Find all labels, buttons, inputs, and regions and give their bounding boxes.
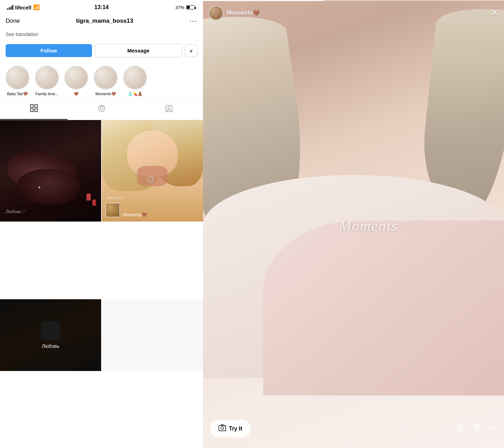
svg-point-7 <box>102 106 103 107</box>
svg-point-15 <box>495 427 496 428</box>
post-3-square <box>41 321 60 341</box>
more-options-button[interactable]: ··· <box>189 17 197 25</box>
highlight-avatar <box>64 66 88 90</box>
highlight-moments[interactable]: Moments🤎 <box>94 66 118 96</box>
battery-percent: 37% <box>175 5 184 10</box>
highlight-heart[interactable]: 🤎 <box>64 66 88 96</box>
svg-point-5 <box>100 107 103 110</box>
instagram-profile-panel: lifecell 📶 13:14 37% Done tigra_mama_bos… <box>0 0 203 448</box>
tab-grid[interactable] <box>0 99 68 120</box>
reels-icon <box>98 105 105 114</box>
profile-tab-bar <box>0 99 203 120</box>
post-overlay-text-2: Moments♡ <box>107 195 126 201</box>
post-2[interactable]: Moments♡ Moments🤎 <box>102 120 203 222</box>
tagged-icon <box>165 105 173 114</box>
highlight-family-time[interactable]: Family time... <box>35 66 59 96</box>
dropdown-button[interactable]: ∨ <box>185 44 197 57</box>
svg-point-11 <box>221 427 224 429</box>
story-center-text: Moments♡ <box>339 217 412 234</box>
post-1[interactable]: Любовь♡ <box>0 120 101 222</box>
tab-tagged[interactable] <box>135 99 203 120</box>
highlight-label: 🤎 <box>74 92 79 96</box>
highlight-label: 🧴💊🧸 <box>128 92 142 96</box>
carrier-name: lifecell <box>15 5 31 10</box>
svg-rect-2 <box>30 109 33 112</box>
highlight-avatar <box>123 66 147 90</box>
more-icon[interactable] <box>489 424 497 434</box>
story-progress-bar <box>203 0 504 1</box>
svg-point-9 <box>168 107 170 109</box>
svg-point-13 <box>490 427 491 428</box>
svg-rect-3 <box>35 109 37 112</box>
battery-icon <box>186 5 196 9</box>
svg-point-6 <box>99 106 100 107</box>
post-3[interactable]: Любовь <box>0 299 101 371</box>
story-action-icons <box>455 424 497 434</box>
svg-point-4 <box>98 105 105 112</box>
wifi-icon: 📶 <box>33 4 40 10</box>
highlight-items[interactable]: 🧴💊🧸 <box>123 66 147 96</box>
status-carrier: lifecell 📶 <box>7 4 40 10</box>
try-it-button[interactable]: Try It <box>210 420 251 438</box>
post-label-2: Moments🤎 <box>123 212 147 217</box>
story-viewer-panel: Moments🤎 ✕ Moments♡ Try It <box>203 0 504 448</box>
story-user-info: Moments🤎 <box>209 6 260 20</box>
message-button[interactable]: Message <box>95 44 182 57</box>
post-4[interactable] <box>102 299 203 371</box>
done-button[interactable]: Done <box>6 18 20 24</box>
signal-icon <box>7 5 13 10</box>
highlight-label: Baby Tair🤎 <box>7 92 28 96</box>
story-close-button[interactable]: ✕ <box>490 8 498 18</box>
send-icon[interactable] <box>472 424 480 434</box>
svg-rect-0 <box>30 105 33 107</box>
story-bottom-bar: Try It <box>203 420 504 438</box>
highlight-avatar <box>35 66 59 90</box>
post-label-3: Любовь <box>42 343 59 349</box>
post-thumbnail-2 <box>105 203 120 217</box>
highlight-avatar <box>94 66 118 90</box>
status-time: 13:14 <box>94 4 109 10</box>
highlight-label: Moments🤎 <box>95 92 116 96</box>
story-username: Moments🤎 <box>227 9 260 16</box>
story-top-bar: Moments🤎 ✕ <box>203 3 504 23</box>
status-bar: lifecell 📶 13:14 37% <box>0 0 203 13</box>
posts-grid: Любовь♡ Moments♡ <box>0 120 203 448</box>
svg-point-14 <box>492 427 493 428</box>
highlight-baby-tair[interactable]: Baby Tair🤎 <box>6 66 29 96</box>
profile-top-nav: Done tigra_mama_boss13 ··· <box>0 13 203 29</box>
translation-bar[interactable]: See translation <box>0 29 203 40</box>
save-icon[interactable] <box>455 424 463 434</box>
try-it-label: Try It <box>229 426 242 432</box>
highlight-avatar <box>6 66 29 90</box>
story-progress-fill <box>203 0 323 1</box>
svg-rect-1 <box>35 105 37 107</box>
tab-reels[interactable] <box>68 99 135 120</box>
grid-icon <box>30 104 38 114</box>
story-highlights-row: Baby Tair🤎 Family time... 🤎 Moments🤎 🧴💊🧸 <box>0 61 203 99</box>
post-overlay-text-1: Любовь♡ <box>5 209 26 215</box>
story-avatar[interactable] <box>209 6 223 20</box>
highlight-label: Family time... <box>35 92 58 96</box>
follow-button[interactable]: Follow <box>6 44 92 57</box>
status-right: 37% <box>175 5 196 10</box>
profile-username: tigra_mama_boss13 <box>76 18 133 24</box>
action-buttons-row: Follow Message ∨ <box>0 40 203 61</box>
camera-icon <box>218 424 226 433</box>
